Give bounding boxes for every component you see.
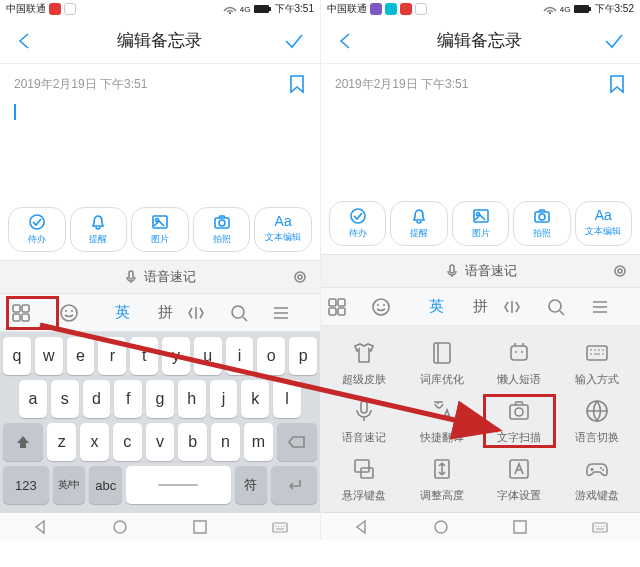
note-timestamp: 2019年2月19日 下午3:51 — [14, 76, 147, 93]
key-a[interactable]: a — [19, 380, 47, 418]
key-h[interactable]: h — [178, 380, 206, 418]
editor-area[interactable] — [0, 98, 320, 201]
bookmark-icon[interactable] — [288, 74, 306, 94]
tg-lazy[interactable]: 懒人短语 — [483, 336, 557, 390]
nav-keyboard-icon[interactable] — [272, 519, 288, 535]
tool-textedit[interactable]: Aa 文本编辑 — [254, 207, 312, 252]
tg-font[interactable]: 字体设置 — [483, 452, 557, 506]
key-d[interactable]: d — [83, 380, 111, 418]
kb-menu-icon[interactable] — [327, 297, 371, 317]
key-x[interactable]: x — [80, 423, 109, 461]
key-c[interactable]: c — [113, 423, 142, 461]
voice-note-bar[interactable]: 语音速记 — [321, 254, 640, 288]
svg-point-44 — [521, 351, 523, 353]
tg-translate[interactable]: 快捷翻译 — [405, 394, 479, 448]
nav-back-icon[interactable] — [32, 519, 48, 535]
kb-lang-tab[interactable]: 英 — [415, 297, 459, 316]
key-p[interactable]: p — [289, 337, 317, 375]
key-g[interactable]: g — [146, 380, 174, 418]
back-icon[interactable] — [335, 30, 357, 52]
svg-rect-24 — [589, 7, 591, 11]
key-r[interactable]: r — [98, 337, 126, 375]
key-l[interactable]: l — [273, 380, 301, 418]
back-icon[interactable] — [14, 30, 36, 52]
kb-cursor-icon[interactable] — [502, 297, 546, 317]
key-symbol[interactable]: 符 — [235, 466, 268, 504]
key-q[interactable]: q — [3, 337, 31, 375]
key-m[interactable]: m — [244, 423, 273, 461]
key-n[interactable]: n — [211, 423, 240, 461]
key-v[interactable]: v — [146, 423, 175, 461]
gear-icon[interactable] — [612, 263, 628, 279]
tg-skin[interactable]: 超级皮肤 — [327, 336, 401, 390]
confirm-icon[interactable] — [602, 29, 626, 53]
key-k[interactable]: k — [241, 380, 269, 418]
kb-cursor-icon[interactable] — [186, 303, 229, 323]
kb-mode-tab[interactable]: 拼 — [144, 303, 187, 322]
tool-todo[interactable]: 待办 — [8, 207, 66, 252]
kb-menu-icon[interactable] — [6, 296, 59, 330]
nav-back-icon[interactable] — [353, 519, 369, 535]
key-z[interactable]: z — [47, 423, 76, 461]
tool-image[interactable]: 图片 — [131, 207, 189, 252]
kb-emoji-icon[interactable] — [59, 303, 102, 323]
tool-camera[interactable]: 拍照 — [193, 207, 251, 252]
svg-point-22 — [549, 12, 551, 14]
kb-search-icon[interactable] — [229, 303, 272, 323]
nav-home-icon[interactable] — [433, 519, 449, 535]
confirm-icon[interactable] — [282, 29, 306, 53]
kb-more-icon[interactable] — [590, 297, 634, 317]
tool-textedit[interactable]: Aa 文本编辑 — [575, 201, 632, 246]
key-t[interactable]: t — [130, 337, 158, 375]
key-backspace[interactable] — [277, 423, 317, 461]
tg-input-method[interactable]: 输入方式 — [560, 336, 634, 390]
svg-rect-33 — [329, 299, 336, 306]
kb-search-icon[interactable] — [546, 297, 590, 317]
editor-area[interactable] — [321, 98, 640, 195]
key-i[interactable]: i — [226, 337, 254, 375]
kb-lang-tab[interactable]: 英 — [101, 303, 144, 322]
gear-icon[interactable] — [292, 269, 308, 285]
voice-note-bar[interactable]: 语音速记 — [0, 260, 320, 294]
svg-rect-1 — [254, 5, 269, 13]
kb-mode-tab[interactable]: 拼 — [459, 297, 503, 316]
tool-todo[interactable]: 待办 — [329, 201, 386, 246]
tg-dict[interactable]: 词库优化 — [405, 336, 479, 390]
key-123[interactable]: 123 — [3, 466, 49, 504]
status-app-icon — [400, 3, 412, 15]
nav-recent-icon[interactable] — [512, 519, 528, 535]
bookmark-icon[interactable] — [608, 74, 626, 94]
tool-image[interactable]: 图片 — [452, 201, 509, 246]
svg-point-39 — [383, 304, 385, 306]
key-u[interactable]: u — [194, 337, 222, 375]
tg-scan[interactable]: 文字扫描 — [483, 394, 557, 448]
tg-game[interactable]: 游戏键盘 — [560, 452, 634, 506]
kb-emoji-icon[interactable] — [371, 297, 415, 317]
tg-voice[interactable]: 语音速记 — [327, 394, 401, 448]
key-langswitch[interactable]: 英/中 — [53, 466, 86, 504]
key-e[interactable]: e — [67, 337, 95, 375]
key-w[interactable]: w — [35, 337, 63, 375]
tg-langswitch[interactable]: 语言切换 — [560, 394, 634, 448]
tg-height[interactable]: 调整高度 — [405, 452, 479, 506]
tg-float[interactable]: 悬浮键盘 — [327, 452, 401, 506]
key-enter[interactable] — [271, 466, 317, 504]
kb-more-icon[interactable] — [271, 303, 314, 323]
key-y[interactable]: y — [162, 337, 190, 375]
tool-remind[interactable]: 提醒 — [70, 207, 128, 252]
key-abc[interactable]: abc — [89, 466, 122, 504]
key-o[interactable]: o — [257, 337, 285, 375]
key-j[interactable]: j — [210, 380, 238, 418]
tool-remind[interactable]: 提醒 — [390, 201, 447, 246]
nav-home-icon[interactable] — [112, 519, 128, 535]
tool-camera[interactable]: 拍照 — [513, 201, 570, 246]
svg-rect-21 — [273, 523, 287, 532]
nav-keyboard-icon[interactable] — [592, 519, 608, 535]
key-shift[interactable] — [3, 423, 43, 461]
key-b[interactable]: b — [178, 423, 207, 461]
nav-recent-icon[interactable] — [192, 519, 208, 535]
key-f[interactable]: f — [114, 380, 142, 418]
svg-point-18 — [232, 306, 244, 318]
key-s[interactable]: s — [51, 380, 79, 418]
key-space[interactable] — [126, 466, 231, 504]
